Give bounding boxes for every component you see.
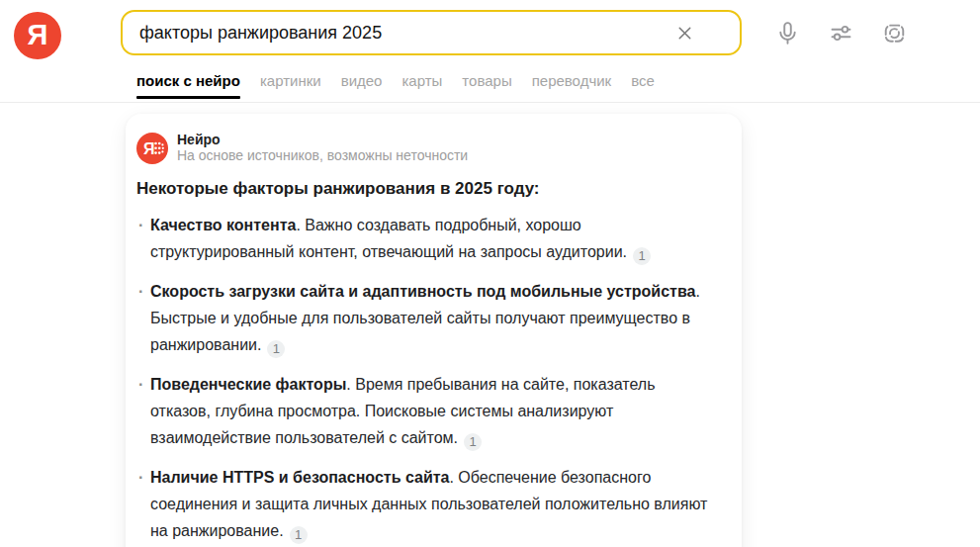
tab-translate[interactable]: переводчик [532, 59, 611, 102]
list-item: Качество контента. Важно создавать подро… [136, 212, 718, 265]
citation-badge[interactable]: 1 [267, 340, 285, 358]
tab-video[interactable]: видео [341, 59, 383, 102]
list-item: Наличие HTTPS и безопасность сайта. Обес… [136, 464, 718, 544]
citation-badge[interactable]: 1 [633, 247, 651, 265]
filters-icon[interactable] [828, 20, 854, 46]
answer-list: Качество контента. Важно создавать подро… [136, 212, 730, 547]
tab-all[interactable]: все [631, 59, 655, 102]
neuro-source-text: Нейро На основе источников, возможны нет… [177, 132, 468, 164]
clear-icon[interactable] [672, 21, 696, 45]
item-bold-text: Поведенческие факторы [150, 376, 346, 393]
tab-maps[interactable]: карты [401, 59, 442, 102]
citation-badge[interactable]: 1 [464, 433, 482, 451]
tabs-divider: поиск с нейро картинки видео карты товар… [0, 59, 980, 103]
search-tabs: поиск с нейро картинки видео карты товар… [0, 59, 980, 102]
item-bold-text: Наличие HTTPS и безопасность сайта [150, 469, 449, 486]
list-item: Скорость загрузки сайта и адаптивность п… [136, 278, 718, 358]
list-item: Поведенческие факторы. Время пребывания … [136, 371, 718, 451]
search-bar [121, 10, 742, 55]
close-icon [674, 23, 695, 44]
citation-badge[interactable]: 1 [290, 526, 308, 544]
tab-images[interactable]: картинки [260, 59, 321, 102]
item-bold-text: Качество контента [150, 217, 296, 233]
tab-goods[interactable]: товары [462, 59, 511, 102]
neuro-disclaimer: На основе источников, возможны неточност… [177, 147, 468, 164]
yandex-search-page: Я [0, 0, 980, 547]
yandex-logo-letter: Я [28, 21, 48, 49]
item-bold-text: Скорость загрузки сайта и адаптивность п… [150, 283, 695, 300]
neuro-source-name: Нейро [177, 132, 468, 147]
image-search-icon[interactable] [881, 20, 908, 46]
search-input[interactable] [139, 12, 665, 53]
neuro-logo: Я [136, 133, 168, 164]
answer-heading: Некоторые факторы ранжирования в 2025 го… [136, 179, 730, 199]
tab-neuro-search[interactable]: поиск с нейро [136, 59, 240, 102]
neuro-answer-card: Я Нейро На основе источников, возможны н… [126, 114, 742, 547]
microphone-icon[interactable] [774, 20, 801, 46]
neuro-logo-letter: Я [143, 140, 155, 157]
neuro-source-header: Я Нейро На основе источников, возможны н… [136, 132, 730, 164]
search-toolbar-icons [774, 20, 908, 46]
yandex-logo[interactable]: Я [14, 12, 61, 59]
